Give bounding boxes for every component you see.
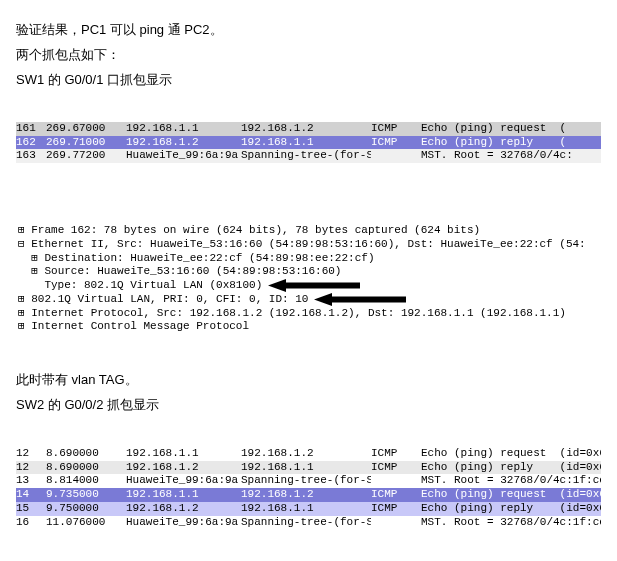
packet-cell: HuaweiTe_99:6a:9a: [126, 474, 241, 488]
svg-marker-0: [268, 279, 360, 292]
tree-text: ⊞ Frame 162: 78 bytes on wire (624 bits)…: [18, 224, 480, 236]
packet-cell: ICMP: [371, 122, 421, 136]
tree-text: ⊞ Source: HuaweiTe_53:16:60 (54:89:98:53…: [18, 265, 341, 277]
packet-cell: Spanning-tree-(for-STP: [241, 516, 371, 530]
packet-cell: 12: [16, 461, 46, 475]
packet-cell: 192.168.1.2: [126, 502, 241, 516]
packet-cell: 8.814000: [46, 474, 126, 488]
packet-cell: 192.168.1.2: [126, 461, 241, 475]
packet-cell: 16: [16, 516, 46, 530]
packet-row[interactable]: 149.735000192.168.1.1192.168.1.2ICMPEcho…: [16, 488, 601, 502]
tree-text: ⊞ 802.1Q Virtual LAN, PRI: 0, CFI: 0, ID…: [18, 293, 308, 305]
tree-line[interactable]: ⊟ Ethernet II, Src: HuaweiTe_53:16:60 (5…: [16, 238, 601, 252]
packet-cell: 161: [16, 122, 46, 136]
capture-2-packet-list: 128.690000192.168.1.1192.168.1.2ICMPEcho…: [16, 447, 601, 530]
packet-cell: ICMP: [371, 502, 421, 516]
packet-cell: Echo (ping) reply (: [421, 136, 601, 150]
packet-cell: MST. Root = 32768/0/4c:1f:cc:99:6a: [421, 516, 601, 530]
tree-line[interactable]: ⊞ Frame 162: 78 bytes on wire (624 bits)…: [16, 224, 601, 238]
packet-cell: 14: [16, 488, 46, 502]
packet-cell: Echo (ping) reply (id=0x6598, s: [421, 502, 601, 516]
intro-line-2: 两个抓包点如下：: [16, 45, 601, 66]
tree-text: ⊟ Ethernet II, Src: HuaweiTe_53:16:60 (5…: [18, 238, 586, 250]
packet-cell: ICMP: [371, 136, 421, 150]
packet-cell: 163: [16, 149, 46, 163]
packet-cell: 15: [16, 502, 46, 516]
packet-cell: HuaweiTe_99:6a:9a: [126, 149, 241, 163]
packet-cell: Spanning-tree-(for-STP: [241, 474, 371, 488]
packet-cell: Spanning-tree-(for-STP: [241, 149, 371, 163]
packet-cell: [371, 149, 421, 163]
packet-cell: 13: [16, 474, 46, 488]
packet-row[interactable]: 162269.71000192.168.1.2192.168.1.1ICMPEc…: [16, 136, 601, 150]
packet-cell: 192.168.1.1: [241, 461, 371, 475]
tree-text: Type: 802.1Q Virtual LAN (0x8100): [18, 279, 262, 291]
capture-1-tree: ⊞ Frame 162: 78 bytes on wire (624 bits)…: [16, 224, 601, 334]
tree-line[interactable]: ⊞ Destination: HuaweiTe_ee:22:cf (54:89:…: [16, 252, 601, 266]
capture-1-packet-list: 161269.67000192.168.1.1192.168.1.2ICMPEc…: [16, 122, 601, 163]
packet-cell: 192.168.1.1: [126, 122, 241, 136]
packet-cell: HuaweiTe_99:6a:9a: [126, 516, 241, 530]
mid-line-2: SW2 的 G0/0/2 抓包显示: [16, 395, 601, 416]
tree-line[interactable]: ⊞ Internet Protocol, Src: 192.168.1.2 (1…: [16, 307, 601, 321]
packet-cell: 192.168.1.2: [241, 488, 371, 502]
packet-cell: 192.168.1.1: [126, 488, 241, 502]
packet-cell: MST. Root = 32768/0/4c:: [421, 149, 601, 163]
tree-text: ⊞ Internet Protocol, Src: 192.168.1.2 (1…: [18, 307, 566, 319]
packet-cell: ICMP: [371, 461, 421, 475]
packet-cell: 269.67000: [46, 122, 126, 136]
tree-line[interactable]: ⊞ Source: HuaweiTe_53:16:60 (54:89:98:53…: [16, 265, 601, 279]
packet-cell: MST. Root = 32768/0/4c:1f:cc:99:6a: [421, 474, 601, 488]
packet-row[interactable]: 163269.77200HuaweiTe_99:6a:9aSpanning-tr…: [16, 149, 601, 163]
packet-row[interactable]: 138.814000HuaweiTe_99:6a:9aSpanning-tree…: [16, 474, 601, 488]
packet-cell: 192.168.1.1: [126, 447, 241, 461]
packet-cell: Echo (ping) request (id=0x6598, s: [421, 488, 601, 502]
annotation-arrow-icon: [314, 293, 406, 311]
packet-cell: 192.168.1.2: [241, 447, 371, 461]
packet-cell: 192.168.1.2: [126, 136, 241, 150]
packet-cell: 9.750000: [46, 502, 126, 516]
packet-cell: 8.690000: [46, 447, 126, 461]
capture-2: 128.690000192.168.1.1192.168.1.2ICMPEcho…: [16, 419, 601, 561]
packet-cell: [371, 516, 421, 530]
packet-row[interactable]: 161269.67000192.168.1.1192.168.1.2ICMPEc…: [16, 122, 601, 136]
mid-line-1: 此时带有 vlan TAG。: [16, 370, 601, 391]
packet-cell: 12: [16, 447, 46, 461]
packet-cell: 8.690000: [46, 461, 126, 475]
packet-row[interactable]: 128.690000192.168.1.1192.168.1.2ICMPEcho…: [16, 447, 601, 461]
packet-cell: 269.71000: [46, 136, 126, 150]
packet-cell: 192.168.1.1: [241, 136, 371, 150]
intro-line-3: SW1 的 G0/0/1 口抓包显示: [16, 70, 601, 91]
packet-cell: [371, 474, 421, 488]
packet-row[interactable]: 128.690000192.168.1.2192.168.1.1ICMPEcho…: [16, 461, 601, 475]
tree-line[interactable]: Type: 802.1Q Virtual LAN (0x8100): [16, 279, 601, 293]
packet-cell: 192.168.1.1: [241, 502, 371, 516]
packet-cell: Echo (ping) request (: [421, 122, 601, 136]
packet-cell: ICMP: [371, 488, 421, 502]
packet-cell: 162: [16, 136, 46, 150]
packet-cell: 192.168.1.2: [241, 122, 371, 136]
packet-row[interactable]: 1611.076000HuaweiTe_99:6a:9aSpanning-tre…: [16, 516, 601, 530]
packet-cell: 9.735000: [46, 488, 126, 502]
packet-cell: Echo (ping) reply (id=0x6498, s: [421, 461, 601, 475]
packet-cell: ICMP: [371, 447, 421, 461]
packet-cell: 269.77200: [46, 149, 126, 163]
tree-text: ⊞ Internet Control Message Protocol: [18, 320, 249, 332]
capture-1: 161269.67000192.168.1.1192.168.1.2ICMPEc…: [16, 94, 601, 348]
packet-row[interactable]: 159.750000192.168.1.2192.168.1.1ICMPEcho…: [16, 502, 601, 516]
svg-marker-1: [314, 293, 406, 306]
packet-cell: 11.076000: [46, 516, 126, 530]
packet-cell: Echo (ping) request (id=0x6498, s: [421, 447, 601, 461]
tree-text: ⊞ Destination: HuaweiTe_ee:22:cf (54:89:…: [18, 252, 374, 264]
tree-line[interactable]: ⊞ Internet Control Message Protocol: [16, 320, 601, 334]
intro-line-1: 验证结果，PC1 可以 ping 通 PC2。: [16, 20, 601, 41]
